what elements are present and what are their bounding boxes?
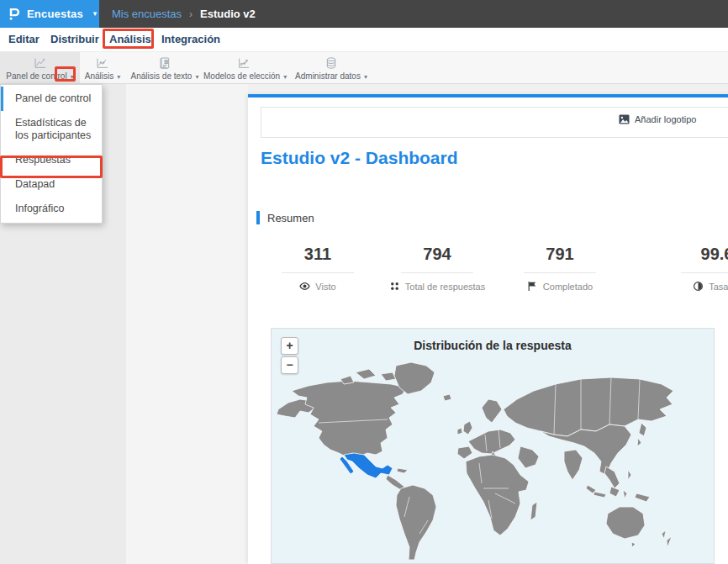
stat-label: Completado [543,282,593,292]
stat-value: 311 [282,245,354,273]
stat-value: 794 [401,245,473,273]
toolbar-item-administrar-datos[interactable]: Administrar datos▾ [290,52,372,83]
survey-nav-bar: Editar Distribuir Análisis Integración [0,28,728,52]
add-logo-button[interactable]: Añadir logotipo [619,114,696,124]
menu-item-datapad[interactable]: Datapad [1,172,102,197]
chevron-down-icon: ▾ [195,74,198,81]
analysis-toolbar: Panel de control▾ Análisis▾ Análisis de … [0,52,728,84]
toolbar-item-analisis[interactable]: Análisis▾ [82,52,123,83]
top-app-bar: Encuestas ▾ Mis encuestas › Estudio v2 [0,0,728,28]
database-icon [324,56,339,70]
menu-item-panel-de-control[interactable]: Panel de control [1,87,102,111]
tab-integracion[interactable]: Integración [161,28,220,51]
surveys-app-button[interactable]: Encuestas ▾ [0,0,99,28]
trend-chart-icon [95,56,110,70]
map-country-mexico [344,453,393,478]
toolbar-item-panel-de-control[interactable]: Panel de control▾ [0,52,80,83]
app-viewport: Añadir logotipo Estudio v2 - Dashboard R… [0,0,728,564]
stat-total-responses: 794 Total de respuestas [401,245,473,292]
flag-icon [527,281,538,292]
breadcrumb-separator: › [189,8,193,20]
chevron-down-icon: ▾ [117,74,120,81]
breadcrumb: Mis encuestas › Estudio v2 [112,0,256,28]
stat-viewed: 311 Visto [282,245,354,292]
stat-label: Visto [315,282,335,292]
menu-item-estadisticas-participantes[interactable]: Estadísticas de los participantes [1,111,102,148]
map-zoom-out-button[interactable]: − [281,356,298,374]
stat-completed: 791 Completado [524,245,596,292]
chevron-down-icon: ▾ [93,10,98,18]
chevron-down-icon: ▾ [364,74,367,81]
questionpro-logo-icon [7,7,21,21]
breadcrumb-my-surveys-link[interactable]: Mis encuestas [112,8,182,20]
map-zoom-in-button[interactable]: + [281,337,298,355]
stat-value: 791 [524,245,596,273]
breadcrumb-current-survey: Estudio v2 [200,8,256,20]
surveys-app-label: Encuestas [27,8,83,20]
map-title: Distribución de la respuesta [272,339,714,352]
tab-distribuir[interactable]: Distribuir [50,28,99,51]
chevron-down-icon[interactable]: ▾ [71,74,74,81]
response-distribution-card: Distribución de la respuesta + − [271,328,715,564]
summary-section-heading: Resumen [256,211,314,224]
summary-label: Resumen [267,212,314,224]
add-logo-label: Añadir logotipo [635,114,696,124]
toolbar-item-analisis-de-texto[interactable]: Análisis de texto▾ [126,52,203,83]
mid-panel-background [126,84,248,564]
panel-de-control-dropdown-menu: Panel de control Estadísticas de los par… [0,84,103,224]
chevron-down-icon: ▾ [283,74,287,81]
summary-accent-bar [256,211,260,224]
image-icon [619,114,630,124]
dots-grid-icon [389,281,400,292]
menu-item-respuestas[interactable]: Respuestas [1,148,102,172]
eye-icon [299,281,310,292]
stat-label: Total de respuestas [405,282,485,292]
page-title: Estudio v2 - Dashboard [261,148,458,168]
half-circle-icon [693,281,704,292]
scatter-chart-icon [236,56,251,70]
text-document-icon [157,56,172,70]
toolbar-item-modelos-de-eleccion[interactable]: Modelos de elección▾ [203,52,284,83]
active-tab-underline [109,46,148,48]
dashboard-card-accent-bar [248,94,728,98]
stat-completion-rate: 99.6 Tasa de [681,245,728,292]
stat-label: Tasa de [709,282,728,292]
line-chart-icon [33,56,48,70]
world-map[interactable] [272,329,715,560]
tab-editar[interactable]: Editar [8,28,40,51]
menu-item-infografico[interactable]: Infográfico [1,197,102,221]
stat-value: 99.6 [681,245,728,273]
